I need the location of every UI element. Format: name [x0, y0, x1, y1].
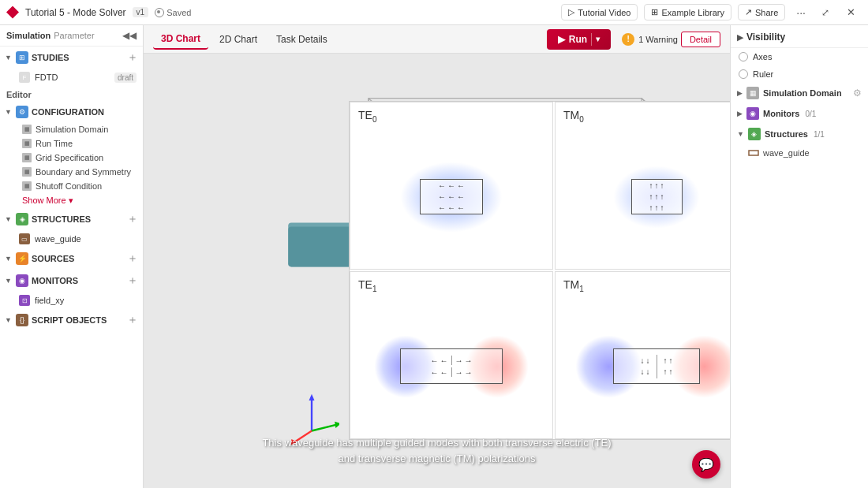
svg-marker-15 — [309, 394, 315, 400]
run-button[interactable]: ▶ Run ▾ — [547, 29, 611, 50]
tab-parameter[interactable]: Parameter — [54, 31, 94, 40]
config-grid-spec[interactable]: ▦ Grid Specification — [0, 151, 143, 165]
tab-task-details[interactable]: Task Details — [268, 30, 335, 49]
script-objects-section[interactable]: ▼ {} SCRIPT OBJECTS ＋ — [0, 309, 143, 331]
tm0-field-box: ↑ ↑ ↑ ↑ ↑ ↑ ↑ ↑ — [631, 179, 683, 214]
studies-icon: ⊞ — [16, 51, 28, 64]
monitors-vis-label: Monitors — [763, 109, 799, 118]
sources-add-button[interactable]: ＋ — [127, 251, 138, 266]
show-more-button[interactable]: Show More ▾ — [0, 193, 143, 208]
tab-3d-chart[interactable]: 3D Chart — [153, 29, 208, 50]
structures-vis-label: Structures — [765, 129, 808, 139]
fdtd-badge: draft — [114, 73, 137, 83]
tm0-arrows-mid: ↑ ↑ ↑ — [649, 192, 664, 201]
studies-fdtd-item[interactable]: F FDTD draft — [0, 69, 143, 86]
axes-radio[interactable] — [739, 52, 748, 61]
script-objects-add-button[interactable]: ＋ — [127, 313, 138, 327]
center-panel: 3D Chart 2D Chart Task Details ▶ Run ▾ !… — [144, 25, 730, 488]
ruler-label: Ruler — [753, 69, 773, 79]
monitors-vis-section[interactable]: ▶ ◉ Monitors 0/1 — [731, 103, 868, 124]
tab-simulation[interactable]: Simulation — [6, 31, 51, 40]
config-shutoff[interactable]: ▦ Shutoff Condition — [0, 179, 143, 193]
structures-vis-arrow: ▼ — [737, 130, 744, 138]
app-logo — [6, 6, 19, 19]
simulation-domain-text: Simulation Domain — [36, 125, 108, 134]
monitors-icon: ◉ — [16, 274, 28, 287]
boundary-icon: ▦ — [22, 167, 32, 177]
sources-section[interactable]: ▼ ⚡ SOURCES ＋ — [0, 248, 143, 270]
monitors-label: MONITORS — [32, 276, 124, 285]
detail-button[interactable]: Detail — [681, 32, 720, 47]
te1-title: TE1 — [350, 272, 552, 295]
chat-button[interactable]: 💬 — [692, 450, 720, 479]
te0-arrows-top: ← ← ← — [438, 181, 465, 190]
version-badge[interactable]: v1 — [133, 7, 149, 17]
wave-guide-vis-label: wave_guide — [763, 148, 810, 158]
ruler-visibility-item[interactable]: Ruler — [731, 65, 868, 83]
studies-add-button[interactable]: ＋ — [127, 50, 138, 65]
ruler-radio[interactable] — [739, 69, 748, 79]
wave-guide-item[interactable]: ▭ wave_guide — [0, 230, 143, 248]
sim-domain-section[interactable]: ▶ ▦ Simulation Domain ⚙ — [731, 83, 868, 103]
sidebar-header: Simulation Parameter ◀◀ — [0, 25, 143, 47]
right-panel: ▶ Visibility Axes Ruler ▶ ▦ Simulation D… — [730, 25, 868, 488]
tutorial-video-button[interactable]: ▷ Tutorial Video — [561, 4, 638, 20]
run-time-text: Run Time — [36, 139, 73, 148]
sources-label: SOURCES — [32, 254, 124, 263]
sim-domain-label: Simulation Domain — [763, 88, 842, 98]
fdtd-label: FDTD — [35, 73, 110, 82]
saved-icon — [155, 8, 164, 17]
sidebar-collapse-button[interactable]: ◀◀ — [122, 30, 137, 41]
tm1-cell: TM1 ↓ ↓ ↓ ↓ — [555, 271, 730, 439]
book-icon: ⊞ — [651, 7, 658, 17]
right-panel-expand-button[interactable]: ▶ — [737, 32, 743, 43]
svg-marker-17 — [335, 422, 339, 428]
te0-arrows-mid: ← ← ← — [438, 192, 465, 201]
structures-add-button[interactable]: ＋ — [127, 212, 138, 226]
te1-cell: TE1 ← ← → → — [350, 271, 553, 439]
wave-guide-icon: ▭ — [19, 233, 30, 244]
monitors-add-button[interactable]: ＋ — [127, 274, 138, 288]
structures-section[interactable]: ▼ ◈ STRUCTURES ＋ — [0, 208, 143, 230]
play-icon: ▷ — [568, 7, 574, 17]
structures-icon: ◈ — [16, 213, 28, 225]
studies-label: STUDIES — [32, 53, 124, 62]
config-simulation-domain[interactable]: ▦ Simulation Domain — [0, 122, 143, 136]
shutoff-text: Shutoff Condition — [36, 181, 102, 191]
configuration-section[interactable]: ▼ ⚙ CONFIGURATION — [0, 102, 143, 122]
tab-2d-chart[interactable]: 2D Chart — [211, 30, 265, 49]
more-options-button[interactable]: ··· — [791, 4, 810, 21]
saved-status: Saved — [155, 8, 191, 17]
config-run-time[interactable]: ▦ Run Time — [0, 136, 143, 151]
axes-visibility-item[interactable]: Axes — [731, 48, 868, 65]
simulation-domain-icon: ▦ — [22, 125, 32, 134]
structures-vis-section[interactable]: ▼ ◈ Structures 1/1 — [731, 124, 868, 144]
tm0-cell: TM0 ↑ ↑ ↑ ↑ ↑ ↑ — [555, 102, 730, 270]
tm0-arrows-top: ↑ ↑ ↑ — [649, 181, 664, 190]
sim-domain-gear-icon[interactable]: ⚙ — [853, 88, 862, 99]
monitors-section[interactable]: ▼ ◉ MONITORS ＋ — [0, 270, 143, 292]
tm1-field-box: ↓ ↓ ↓ ↓ ↑ — [613, 348, 700, 384]
field-xy-item[interactable]: ⊡ field_xy — [0, 292, 143, 309]
svg-line-16 — [312, 424, 338, 430]
structures-count: 1/1 — [814, 130, 825, 139]
boundary-text: Boundary and Symmetry — [36, 167, 131, 177]
axes-label: Axes — [753, 52, 772, 61]
example-library-button[interactable]: ⊞ Example Library — [644, 4, 731, 20]
config-boundary[interactable]: ▦ Boundary and Symmetry — [0, 165, 143, 179]
te0-viz: ← ← ← ← ← ← ← ← — [350, 125, 552, 269]
wave-guide-label: wave_guide — [35, 234, 137, 244]
structures-arrow: ▼ — [5, 215, 13, 223]
grid-spec-icon: ▦ — [22, 153, 32, 162]
warning-badge: ! 1 Warning — [622, 33, 678, 46]
close-button[interactable]: ✕ — [840, 4, 862, 20]
right-panel-title: Visibility — [746, 32, 785, 43]
right-panel-header: ▶ Visibility — [731, 25, 868, 48]
tm0-title: TM0 — [556, 102, 730, 125]
wave-guide-vis-item[interactable]: wave_guide — [731, 144, 868, 162]
resize-button[interactable]: ⤢ — [817, 5, 834, 20]
share-button[interactable]: ↗ Share — [738, 4, 785, 20]
studies-arrow: ▼ — [5, 54, 13, 61]
wave-guide-vis-icon — [748, 147, 759, 158]
studies-section[interactable]: ▼ ⊞ STUDIES ＋ — [0, 47, 143, 69]
